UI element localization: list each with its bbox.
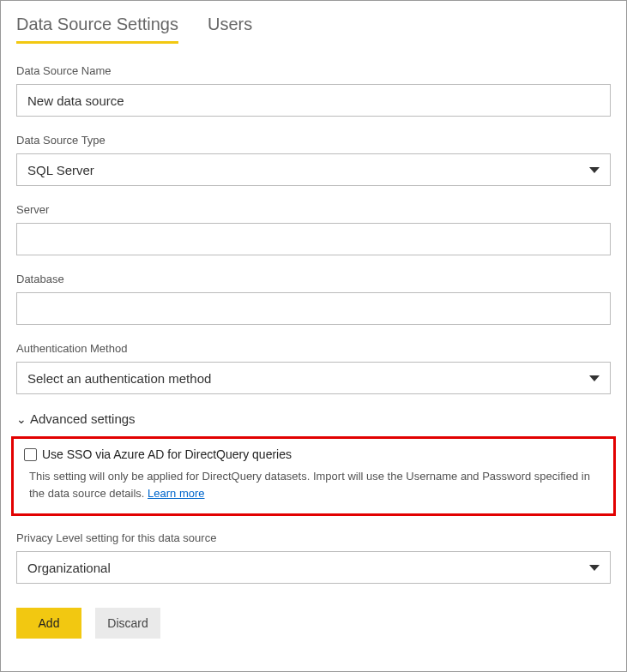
label-auth-method: Authentication Method — [16, 342, 611, 355]
tab-bar: Data Source Settings Users — [16, 9, 611, 44]
sso-highlight-region: Use SSO via Azure AD for DirectQuery que… — [11, 436, 616, 516]
label-data-source-name: Data Source Name — [16, 64, 611, 77]
select-value-data-source-type: SQL Server — [27, 163, 94, 177]
input-server[interactable] — [16, 223, 611, 255]
field-server: Server — [16, 203, 611, 255]
select-privacy-level[interactable]: Organizational — [16, 551, 611, 584]
field-data-source-name: Data Source Name — [16, 64, 611, 117]
advanced-settings-toggle[interactable]: ⌄ Advanced settings — [16, 411, 611, 426]
field-data-source-type: Data Source Type SQL Server — [16, 134, 611, 186]
select-data-source-type[interactable]: SQL Server — [16, 153, 611, 186]
button-bar: Add Discard — [16, 608, 611, 639]
select-value-privacy-level: Organizational — [27, 561, 111, 575]
label-server: Server — [16, 203, 611, 216]
chevron-down-icon — [589, 167, 600, 173]
field-auth-method: Authentication Method Select an authenti… — [16, 342, 611, 394]
add-button[interactable]: Add — [16, 608, 81, 639]
discard-button[interactable]: Discard — [95, 608, 160, 639]
field-privacy-level: Privacy Level setting for this data sour… — [16, 531, 611, 584]
advanced-settings-label: Advanced settings — [30, 411, 136, 426]
select-auth-method[interactable]: Select an authentication method — [16, 362, 611, 394]
chevron-down-icon — [589, 375, 600, 381]
tab-data-source-settings[interactable]: Data Source Settings — [16, 9, 178, 44]
sso-description: This setting will only be applied for Di… — [24, 468, 603, 501]
field-database: Database — [16, 273, 611, 325]
label-privacy-level: Privacy Level setting for this data sour… — [16, 531, 611, 544]
sso-checkbox-label: Use SSO via Azure AD for DirectQuery que… — [42, 447, 292, 461]
learn-more-link[interactable]: Learn more — [148, 487, 204, 500]
sso-checkbox-row: Use SSO via Azure AD for DirectQuery que… — [24, 447, 603, 461]
chevron-down-icon — [589, 565, 600, 571]
input-data-source-name[interactable] — [16, 84, 611, 117]
input-database[interactable] — [16, 292, 611, 325]
select-value-auth-method: Select an authentication method — [27, 371, 211, 386]
label-data-source-type: Data Source Type — [16, 134, 611, 147]
label-database: Database — [16, 273, 611, 285]
chevron-down-icon: ⌄ — [16, 412, 27, 426]
sso-desc-text: This setting will only be applied for Di… — [29, 470, 590, 500]
sso-checkbox[interactable] — [24, 448, 37, 461]
tab-users[interactable]: Users — [208, 9, 252, 44]
